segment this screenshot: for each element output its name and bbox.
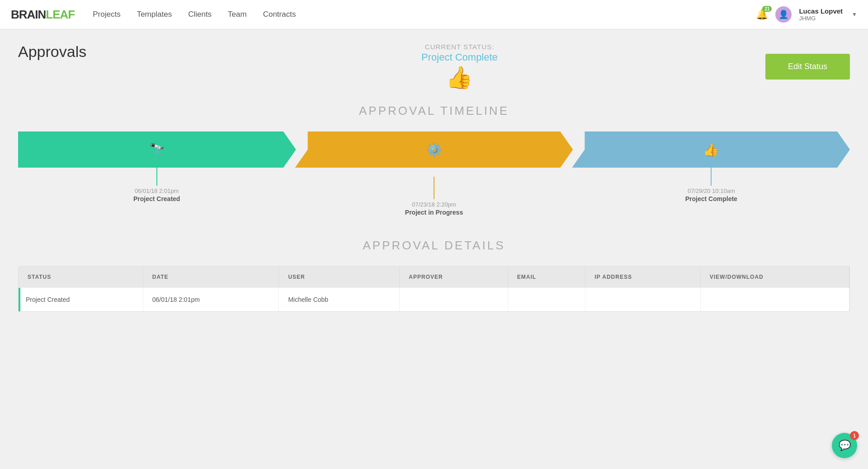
event-line-3 bbox=[711, 168, 712, 186]
table-row: Project Created 06/01/18 2:01pm Michelle… bbox=[19, 288, 849, 312]
arrow-icon-green: 🔭 bbox=[18, 131, 296, 168]
timeline-arrows: 🔭 ⚙️ 👍 bbox=[18, 131, 850, 168]
nav-link-contracts[interactable]: Contracts bbox=[263, 10, 296, 19]
nav-link-projects[interactable]: Projects bbox=[93, 10, 120, 19]
event-label-2: Project in Progress bbox=[405, 209, 463, 216]
nav-links: Projects Templates Clients Team Contract… bbox=[93, 10, 756, 19]
nav-link-team[interactable]: Team bbox=[228, 10, 247, 19]
arrow-icon-orange: ⚙️ bbox=[295, 131, 573, 168]
timeline-arrow-green: 🔭 bbox=[18, 131, 296, 168]
page-title: Approvals bbox=[18, 43, 154, 61]
row-email bbox=[508, 288, 585, 312]
row-approver bbox=[400, 288, 508, 312]
col-user: USER bbox=[279, 267, 400, 288]
page-header: Approvals CURRENT STATUS: Project Comple… bbox=[18, 43, 850, 90]
current-status-label: CURRENT STATUS: bbox=[154, 43, 765, 51]
table-container: STATUS DATE USER APPROVER EMAIL IP ADDRE… bbox=[18, 266, 850, 312]
table-body: Project Created 06/01/18 2:01pm Michelle… bbox=[19, 288, 849, 312]
col-ip: IP ADDRESS bbox=[585, 267, 701, 288]
timeline-section-title: APPROVAL TIMELINE bbox=[18, 104, 850, 118]
brand-leaf-text: LEAF bbox=[46, 8, 75, 22]
brand-brain-text: BRAIN bbox=[11, 8, 46, 22]
row-user: Michelle Cobb bbox=[279, 288, 400, 312]
timeline-event-2: 07/23/18 2:20pm Project in Progress bbox=[295, 168, 572, 216]
event-line-1 bbox=[156, 168, 157, 186]
event-date-3: 07/29/20 10:10am bbox=[688, 188, 735, 194]
col-status: STATUS bbox=[19, 267, 143, 288]
arrow-icon-blue: 👍 bbox=[572, 131, 850, 168]
user-org: JHMG bbox=[799, 15, 843, 22]
col-date: DATE bbox=[143, 267, 279, 288]
row-status: Project Created bbox=[19, 288, 143, 312]
event-label-3: Project Complete bbox=[685, 195, 737, 202]
col-email: EMAIL bbox=[508, 267, 585, 288]
avatar[interactable]: 👤 bbox=[775, 6, 792, 23]
event-label-1: Project Created bbox=[133, 195, 180, 202]
brand-logo[interactable]: BRAIN LEAF bbox=[11, 8, 75, 22]
main-content: Approvals CURRENT STATUS: Project Comple… bbox=[0, 29, 868, 325]
user-dropdown-arrow[interactable]: ▼ bbox=[852, 11, 857, 18]
timeline-wrapper: 🔭 ⚙️ 👍 06/01/18 2:01pm Project Created bbox=[18, 131, 850, 216]
table-header-row: STATUS DATE USER APPROVER EMAIL IP ADDRE… bbox=[19, 267, 849, 288]
timeline-arrow-orange: ⚙️ bbox=[295, 131, 573, 168]
event-date-2: 07/23/18 2:20pm bbox=[412, 201, 456, 208]
row-date: 06/01/18 2:01pm bbox=[143, 288, 279, 312]
row-view bbox=[700, 288, 849, 312]
event-line-2 bbox=[434, 177, 434, 199]
table-head: STATUS DATE USER APPROVER EMAIL IP ADDRE… bbox=[19, 267, 849, 288]
event-date-1: 06/01/18 2:01pm bbox=[135, 188, 179, 194]
navbar: BRAIN LEAF Projects Templates Clients Te… bbox=[0, 0, 868, 29]
user-info[interactable]: Lucas Lopvet JHMG bbox=[799, 7, 843, 22]
current-status-value: Project Complete bbox=[154, 52, 765, 63]
timeline-event-3: 07/29/20 10:10am Project Complete bbox=[573, 168, 850, 216]
nav-right: 🔔 21 👤 Lucas Lopvet JHMG ▼ bbox=[756, 6, 857, 23]
notification-badge: 21 bbox=[762, 6, 772, 12]
timeline-event-markers: 06/01/18 2:01pm Project Created 07/23/18… bbox=[18, 168, 850, 216]
notification-bell[interactable]: 🔔 21 bbox=[756, 9, 768, 20]
timeline-section: APPROVAL TIMELINE 🔭 ⚙️ 👍 bbox=[18, 104, 850, 216]
row-ip bbox=[585, 288, 701, 312]
details-section-title: APPROVAL DETAILS bbox=[18, 239, 850, 253]
edit-status-button[interactable]: Edit Status bbox=[765, 54, 850, 80]
user-name: Lucas Lopvet bbox=[799, 7, 843, 15]
details-section: APPROVAL DETAILS STATUS DATE USER APPROV… bbox=[18, 239, 850, 312]
details-table: STATUS DATE USER APPROVER EMAIL IP ADDRE… bbox=[19, 267, 849, 311]
timeline-arrow-blue: 👍 bbox=[572, 131, 850, 168]
col-approver: APPROVER bbox=[400, 267, 508, 288]
col-view: VIEW/DOWNLOAD bbox=[700, 267, 849, 288]
nav-link-templates[interactable]: Templates bbox=[137, 10, 172, 19]
nav-link-clients[interactable]: Clients bbox=[188, 10, 212, 19]
timeline-event-1: 06/01/18 2:01pm Project Created bbox=[18, 168, 295, 216]
status-section: CURRENT STATUS: Project Complete 👍 bbox=[154, 43, 765, 90]
thumbs-up-icon: 👍 bbox=[154, 65, 765, 90]
